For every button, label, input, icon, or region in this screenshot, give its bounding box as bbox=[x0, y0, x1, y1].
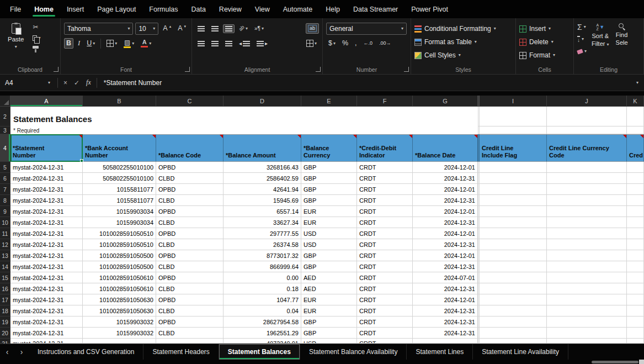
cell-F6[interactable]: CRDT bbox=[357, 173, 413, 184]
clipboard-dialog-launcher[interactable] bbox=[54, 67, 58, 72]
required-note-cell[interactable]: * Required bbox=[10, 126, 478, 134]
column-header-J[interactable]: J bbox=[547, 96, 627, 107]
cell-G12[interactable]: 2024-12-31 bbox=[413, 239, 478, 250]
header-cell-F4[interactable]: *Credit-Debit Indicator bbox=[357, 134, 413, 162]
cut-button[interactable]: ✂ bbox=[31, 22, 41, 31]
cell-D18[interactable]: 0.04 bbox=[223, 305, 301, 316]
align-bottom-button[interactable] bbox=[223, 24, 235, 33]
decrease-indent-button[interactable]: ◂ bbox=[237, 39, 252, 48]
cell-C9[interactable]: OPBD bbox=[156, 206, 223, 217]
ribbon-tab-formulas[interactable]: Formulas bbox=[142, 0, 184, 18]
cell-A18[interactable]: mystat-2024-12-31 bbox=[10, 305, 83, 316]
cell-G8[interactable]: 2024-12-31 bbox=[413, 195, 478, 206]
cell-J19[interactable] bbox=[547, 316, 627, 328]
row-number-10[interactable]: 10 bbox=[0, 217, 10, 228]
cell-D12[interactable]: 26374.58 bbox=[223, 239, 301, 250]
cell-J11[interactable] bbox=[547, 228, 627, 239]
ribbon-tab-review[interactable]: Review bbox=[212, 0, 248, 18]
cell-D11[interactable]: 297777.55 bbox=[223, 228, 301, 239]
ribbon-tab-power-pivot[interactable]: Power Pivot bbox=[405, 0, 455, 18]
merge-center-button[interactable]: ▾ bbox=[304, 38, 319, 49]
cell-F5[interactable]: CRDT bbox=[357, 162, 413, 173]
align-left-button[interactable] bbox=[195, 39, 207, 48]
cell-B6[interactable]: 505802255010100 bbox=[83, 173, 156, 184]
column-header-D[interactable]: D bbox=[223, 96, 301, 107]
cell-J20[interactable] bbox=[547, 328, 627, 339]
cell-A6[interactable]: mystat-2024-12-31 bbox=[10, 173, 83, 184]
cell-A17[interactable]: mystat-2024-12-31 bbox=[10, 294, 83, 305]
cell-K3[interactable] bbox=[627, 126, 644, 134]
cell-I2[interactable] bbox=[480, 107, 547, 126]
row-number-5[interactable]: 5 bbox=[0, 162, 10, 173]
cell-E8[interactable]: GBP bbox=[301, 195, 357, 206]
insert-function-icon[interactable]: fx bbox=[83, 78, 94, 87]
cell-D8[interactable]: 15945.69 bbox=[223, 195, 301, 206]
sheet-tab-statement-balance-availability[interactable]: Statement Balance Availability bbox=[300, 344, 407, 360]
cell-A7[interactable]: mystat-2024-12-31 bbox=[10, 184, 83, 195]
paste-button[interactable]: Paste ▾ bbox=[3, 21, 28, 63]
cell-J17[interactable] bbox=[547, 294, 627, 305]
cell-I10[interactable] bbox=[480, 217, 547, 228]
row-number-4[interactable]: 4 bbox=[0, 134, 10, 162]
row-number-12[interactable]: 12 bbox=[0, 239, 10, 250]
cell-K11[interactable] bbox=[627, 228, 644, 239]
accounting-format-button[interactable]: $▾ bbox=[326, 38, 338, 49]
cell-I17[interactable] bbox=[480, 294, 547, 305]
find-select-button[interactable]: Find Sele bbox=[614, 21, 630, 63]
cell-J2[interactable] bbox=[547, 107, 627, 126]
cell-G17[interactable]: 2024-12-01 bbox=[413, 294, 478, 305]
cell-B10[interactable]: 10159903034 bbox=[83, 217, 156, 228]
cell-D10[interactable]: 33627.34 bbox=[223, 217, 301, 228]
cell-D9[interactable]: 6557.14 bbox=[223, 206, 301, 217]
cell-D7[interactable]: 42641.94 bbox=[223, 184, 301, 195]
cell-B18[interactable]: 1010028591050630 bbox=[83, 305, 156, 316]
cell-F11[interactable]: CRDT bbox=[357, 228, 413, 239]
cell-E7[interactable]: GBP bbox=[301, 184, 357, 195]
cell-K7[interactable] bbox=[627, 184, 644, 195]
copy-button[interactable]: ▾ bbox=[31, 33, 41, 43]
clear-button[interactable]: ▾ bbox=[577, 46, 587, 56]
delete-cells-button[interactable]: Delete ▾ bbox=[519, 36, 570, 48]
increase-font-size-button[interactable]: A▴ bbox=[161, 23, 173, 34]
row-number-21[interactable]: 21 bbox=[0, 339, 10, 344]
cell-C8[interactable]: CLBD bbox=[156, 195, 223, 206]
alignment-dialog-launcher[interactable] bbox=[316, 67, 321, 72]
cell-D20[interactable]: 1962551.29 bbox=[223, 328, 301, 339]
cell-G10[interactable]: 2024-12-31 bbox=[413, 217, 478, 228]
row-number-15[interactable]: 15 bbox=[0, 272, 10, 283]
cell-A8[interactable]: mystat-2024-12-31 bbox=[10, 195, 83, 206]
cell-I14[interactable] bbox=[480, 261, 547, 272]
cell-C18[interactable]: CLBD bbox=[156, 305, 223, 316]
cell-D5[interactable]: 3268166.43 bbox=[223, 162, 301, 173]
cell-E13[interactable]: GBP bbox=[301, 250, 357, 261]
cell-A11[interactable]: mystat-2024-12-31 bbox=[10, 228, 83, 239]
cell-J16[interactable] bbox=[547, 283, 627, 294]
cell-I15[interactable] bbox=[480, 272, 547, 283]
cell-J15[interactable] bbox=[547, 272, 627, 283]
cell-J8[interactable] bbox=[547, 195, 627, 206]
cell-C13[interactable]: OPBD bbox=[156, 250, 223, 261]
cell-I19[interactable] bbox=[480, 316, 547, 328]
bold-button[interactable]: B bbox=[64, 38, 73, 49]
font-name-combo[interactable]: Tahoma ▾ bbox=[64, 23, 133, 35]
cell-I13[interactable] bbox=[480, 250, 547, 261]
cell-C11[interactable]: OPBD bbox=[156, 228, 223, 239]
cell-C12[interactable]: CLBD bbox=[156, 239, 223, 250]
sheet-tab-statement-line-availability[interactable]: Statement Line Availability bbox=[473, 344, 568, 360]
cell-A12[interactable]: mystat-2024-12-31 bbox=[10, 239, 83, 250]
fill-button[interactable]: ↓▾ bbox=[577, 34, 587, 44]
cell-K14[interactable] bbox=[627, 261, 644, 272]
insert-cells-button[interactable]: Insert ▾ bbox=[519, 23, 570, 35]
cell-C20[interactable]: CLBD bbox=[156, 328, 223, 339]
cell-F9[interactable]: CRDT bbox=[357, 206, 413, 217]
cell-F17[interactable]: CRDT bbox=[357, 294, 413, 305]
cell-J9[interactable] bbox=[547, 206, 627, 217]
cell-B21[interactable] bbox=[83, 339, 156, 344]
cell-E21[interactable]: USD bbox=[301, 339, 357, 344]
format-as-table-button[interactable]: Format as Table ▾ bbox=[414, 36, 512, 48]
cell-styles-button[interactable]: Cell Styles ▾ bbox=[414, 49, 512, 61]
ribbon-tab-file[interactable]: File bbox=[3, 0, 28, 18]
cell-E10[interactable]: EUR bbox=[301, 217, 357, 228]
column-header-A[interactable]: A bbox=[10, 96, 83, 107]
row-number-7[interactable]: 7 bbox=[0, 184, 10, 195]
